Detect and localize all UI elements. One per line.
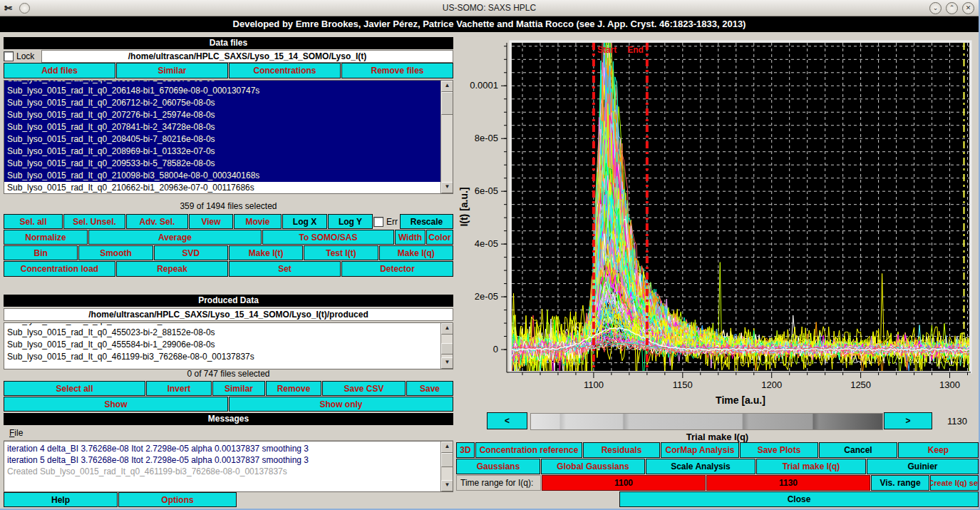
time-end-field[interactable]: 1130 bbox=[706, 475, 870, 491]
scroll-thumb[interactable] bbox=[441, 92, 453, 115]
list-item[interactable]: Sub_lyso_0015_rad_It_q0_455584-bi-1_2990… bbox=[4, 339, 453, 351]
show-button[interactable]: Show bbox=[4, 397, 228, 412]
close-icon[interactable]: ✕ bbox=[962, 2, 974, 14]
data-files-scrollbar[interactable]: ▲ ▼ bbox=[440, 81, 453, 193]
list-item[interactable]: Sub_lyso_0015_rad_It_q0_209533-bi-5_7858… bbox=[4, 158, 453, 170]
list-item[interactable]: Sub_lyso_0015_rad_It_q0_207276-bi-1_2597… bbox=[4, 109, 453, 121]
scroll-thumb[interactable] bbox=[441, 343, 453, 355]
log-y-button[interactable]: Log Y bbox=[328, 214, 373, 229]
list-item[interactable]: Created Sub_lyso_0015_rad_It_q0_461199-b… bbox=[7, 466, 453, 477]
to-somo-sas-button[interactable]: To SOMO/SAS bbox=[262, 230, 394, 245]
guinier-button[interactable]: Guinier bbox=[867, 459, 979, 474]
scroll-right-button[interactable]: > bbox=[884, 412, 932, 429]
scroll-left-button[interactable]: < bbox=[487, 412, 527, 429]
produced-path[interactable]: /home/ultrascan/HPLC_SAXS/Lyso_15_14_SOM… bbox=[4, 308, 453, 321]
width-button[interactable]: Width bbox=[395, 230, 425, 245]
cancel-button[interactable]: Cancel bbox=[819, 442, 897, 458]
scroll-up-icon[interactable]: ▲ bbox=[441, 323, 453, 335]
messages-scrollbar[interactable]: ▲ ▼ bbox=[440, 442, 453, 491]
similar-button[interactable]: Similar bbox=[116, 63, 228, 78]
close-button[interactable]: Close bbox=[619, 491, 979, 507]
list-item[interactable]: iteration 4 delta_BI 3.76268e-08 Itot 2.… bbox=[7, 443, 453, 454]
global-gaussians-button[interactable]: Global Gaussians bbox=[541, 459, 645, 474]
show-only-button[interactable]: Show only bbox=[229, 397, 453, 412]
cormap-analysis-button[interactable]: CorMap Analysis bbox=[661, 442, 739, 458]
repeak-button[interactable]: Repeak bbox=[116, 261, 228, 277]
save-button[interactable]: Save bbox=[406, 381, 453, 396]
adv-sel-button[interactable]: Adv. Sel. bbox=[126, 214, 188, 229]
produced-list[interactable]: Sub_lyso_0015_rad_It_q0_454461-bi-4_6105… bbox=[4, 322, 453, 369]
trial-make-iq-button[interactable]: Trial make I(q) bbox=[756, 459, 866, 474]
3d-button[interactable]: 3D bbox=[456, 442, 475, 458]
help-button[interactable]: Help bbox=[4, 492, 118, 507]
set-button[interactable]: Set bbox=[229, 261, 341, 277]
select-all-button[interactable]: Select all bbox=[4, 381, 145, 396]
window-menu-icon[interactable] bbox=[19, 3, 30, 14]
analysis-row-2: Gaussians Global Gaussians Scale Analysi… bbox=[456, 459, 979, 474]
concentration-load-button[interactable]: Concentration load bbox=[4, 261, 115, 277]
options-button[interactable]: Options bbox=[118, 492, 237, 507]
list-item[interactable]: iteration 5 delta_BI 3.76268e-08 Itot 2.… bbox=[7, 454, 453, 466]
messages-box[interactable]: iteration 4 delta_BI 3.76268e-08 Itot 2.… bbox=[4, 441, 453, 492]
produced-scrollbar[interactable]: ▲ ▼ bbox=[440, 323, 453, 369]
scroll-down-icon[interactable]: ▼ bbox=[441, 480, 453, 491]
produced-similar-button[interactable]: Similar bbox=[212, 381, 265, 396]
list-item[interactable]: Sub_lyso_0015_rad_It_q0_210662-bi1_20963… bbox=[4, 182, 453, 194]
test-it-button[interactable]: Test I(t) bbox=[304, 245, 378, 260]
scroll-down-icon[interactable]: ▼ bbox=[441, 182, 453, 193]
data-files-list[interactable]: Sub_lyso_0015_rad_It_q0_205584-bi-2_5165… bbox=[4, 80, 453, 194]
sel-unsel-button[interactable]: Sel. Unsel. bbox=[63, 214, 125, 229]
list-item[interactable]: Sub_lyso_0015_rad_It_q0_206148-bi1_67069… bbox=[4, 85, 453, 97]
scale-analysis-button[interactable]: Scale Analysis bbox=[646, 459, 755, 474]
svd-button[interactable]: SVD bbox=[154, 245, 228, 260]
chromatogram-plot[interactable]: 1100115012001250130002e-054e-056e-058e-0… bbox=[456, 36, 979, 412]
remove-files-button[interactable]: Remove files bbox=[341, 63, 453, 78]
list-item[interactable]: Sub_lyso_0015_rad_It_q0_461199-bi3_76268… bbox=[4, 351, 453, 363]
lock-checkbox[interactable] bbox=[4, 51, 14, 61]
create-iq-set-button[interactable]: Create I(q) set bbox=[930, 475, 979, 491]
detector-button[interactable]: Detector bbox=[341, 261, 453, 277]
gaussians-button[interactable]: Gaussians bbox=[456, 459, 540, 474]
list-item[interactable]: Sub_lyso_0015_rad_It_q0_208405-bi-7_8021… bbox=[4, 133, 453, 146]
list-item[interactable]: Sub_lyso_0015_rad_It_q0_208969-bi-1_0133… bbox=[4, 146, 453, 158]
list-item[interactable]: Sub_lyso_0015_rad_It_q0_206712-bi-2_0607… bbox=[4, 97, 453, 109]
list-item-partial[interactable]: Sub_lyso_0015_rad_It_q0_205584-bi-2_5165… bbox=[4, 80, 453, 85]
save-csv-button[interactable]: Save CSV bbox=[322, 381, 406, 396]
position-slider[interactable] bbox=[530, 413, 883, 430]
view-button[interactable]: View bbox=[189, 214, 233, 229]
average-button[interactable]: Average bbox=[88, 230, 262, 245]
title-bar[interactable]: ✄ US-SOMO: SAXS HPLC ⌄ ⌃ ✕ bbox=[0, 0, 979, 16]
log-x-button[interactable]: Log X bbox=[282, 214, 327, 229]
minimize-icon[interactable]: ⌄ bbox=[929, 2, 942, 14]
residuals-button[interactable]: Residuals bbox=[583, 442, 660, 458]
list-item[interactable]: Sub_lyso_0015_rad_It_q0_207841-bi-2_3472… bbox=[4, 121, 453, 133]
make-it-button[interactable]: Make I(t) bbox=[229, 245, 303, 260]
vis-range-button[interactable]: Vis. range bbox=[871, 475, 929, 491]
maximize-icon[interactable]: ⌃ bbox=[946, 2, 958, 14]
bin-button[interactable]: Bin bbox=[4, 245, 78, 260]
file-menu[interactable]: File bbox=[9, 428, 23, 438]
smooth-button[interactable]: Smooth bbox=[78, 245, 153, 260]
list-item[interactable]: Sub_lyso_0015_rad_It_q0_210098-bi3_58004… bbox=[4, 170, 453, 182]
invert-button[interactable]: Invert bbox=[146, 381, 212, 396]
time-start-field[interactable]: 1100 bbox=[542, 475, 706, 491]
save-plots-button[interactable]: Save Plots bbox=[740, 442, 818, 458]
color-button[interactable]: Color bbox=[426, 230, 453, 245]
add-files-button[interactable]: Add files bbox=[4, 63, 115, 78]
data-files-path[interactable]: /home/ultrascan/HPLC_SAXS/Lyso_15_14_SOM… bbox=[41, 50, 453, 63]
normalize-button[interactable]: Normalize bbox=[4, 230, 88, 245]
scroll-thumb[interactable] bbox=[441, 453, 453, 467]
list-item[interactable]: Sub_lyso_0015_rad_It_q0_455023-bi-2_8815… bbox=[4, 327, 453, 339]
err-checkbox[interactable] bbox=[373, 217, 383, 227]
rescale-button[interactable]: Rescale bbox=[400, 214, 453, 229]
concentration-reference-button[interactable]: Concentration reference bbox=[475, 442, 582, 458]
scroll-down-icon[interactable]: ▼ bbox=[441, 357, 453, 369]
concentrations-button[interactable]: Concentrations bbox=[229, 63, 341, 78]
movie-button[interactable]: Movie bbox=[234, 214, 282, 229]
keep-button[interactable]: Keep bbox=[898, 442, 979, 458]
sel-all-button[interactable]: Sel. all bbox=[4, 214, 63, 229]
scroll-up-icon[interactable]: ▲ bbox=[441, 81, 453, 92]
make-iq-button[interactable]: Make I(q) bbox=[379, 245, 453, 260]
produced-remove-button[interactable]: Remove bbox=[266, 381, 321, 396]
scroll-up-icon[interactable]: ▲ bbox=[441, 442, 453, 453]
